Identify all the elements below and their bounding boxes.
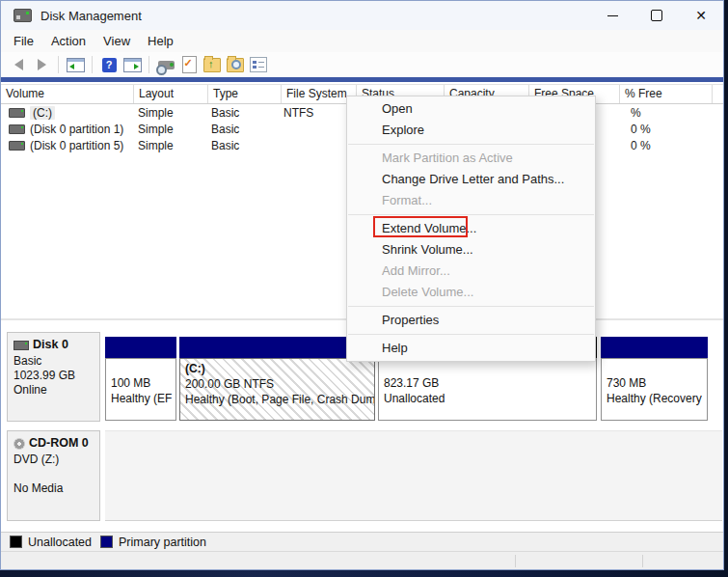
window-title: Disk Management bbox=[40, 9, 142, 23]
cdrom-media-area bbox=[105, 430, 722, 521]
statusbar-separator bbox=[642, 555, 643, 567]
volume-name: (Disk 0 partition 5) bbox=[30, 139, 123, 152]
disk0-size: 1023.99 GB bbox=[13, 369, 94, 383]
column-header-pct-free[interactable]: % Free bbox=[620, 85, 713, 103]
disk-icon bbox=[13, 341, 29, 350]
toolbar-separator bbox=[148, 56, 149, 73]
menu-item-change-drive-letter[interactable]: Change Drive Letter and Paths... bbox=[347, 169, 595, 190]
volume-name: (Disk 0 partition 1) bbox=[30, 123, 123, 136]
toolbar-separator bbox=[58, 56, 59, 73]
help-icon: ? bbox=[102, 58, 117, 72]
action-pane-icon bbox=[123, 58, 142, 72]
menu-item-format: Format... bbox=[347, 190, 595, 211]
find-button[interactable] bbox=[224, 54, 247, 75]
partition-size: 823.17 GB bbox=[384, 375, 591, 391]
show-console-tree-button[interactable] bbox=[64, 54, 87, 75]
help-button[interactable]: ? bbox=[97, 54, 121, 75]
partition-status: Healthy (Boot, Page File, Crash Dum bbox=[185, 392, 369, 407]
menu-view[interactable]: View bbox=[94, 32, 139, 50]
menu-item-shrink-volume[interactable]: Shrink Volume... bbox=[347, 239, 595, 261]
menu-separator bbox=[348, 306, 594, 307]
column-header-layout[interactable]: Layout bbox=[134, 85, 208, 103]
minimize-icon bbox=[607, 15, 618, 16]
partition-unallocated-block[interactable]: 823.17 GB Unallocated bbox=[378, 358, 597, 421]
partition-size: 100 MB bbox=[111, 375, 171, 391]
partition-c-block[interactable]: (C:) 200.00 GB NTFS Healthy (Boot, Page … bbox=[179, 358, 375, 421]
find-icon bbox=[227, 58, 244, 72]
back-button[interactable] bbox=[7, 54, 30, 75]
partition-size: 730 MB bbox=[607, 375, 702, 391]
legend-unallocated-label: Unallocated bbox=[28, 536, 92, 549]
disk0-status: Online bbox=[13, 383, 94, 398]
disk0-type: Basic bbox=[13, 354, 94, 369]
menu-help[interactable]: Help bbox=[139, 32, 182, 50]
menu-separator bbox=[348, 144, 594, 145]
layout-value: Simple bbox=[133, 139, 206, 152]
menu-item-help[interactable]: Help bbox=[347, 338, 595, 359]
show-console-tree-icon bbox=[67, 58, 85, 72]
menu-item-explore[interactable]: Explore bbox=[347, 120, 595, 141]
pct-free-value: % bbox=[613, 106, 717, 120]
layout-value: Simple bbox=[133, 106, 206, 120]
maximize-icon bbox=[651, 10, 662, 21]
file-system-value: NTFS bbox=[279, 106, 353, 120]
disk0-panel[interactable]: Disk 0 Basic 1023.99 GB Online bbox=[7, 332, 100, 422]
partition-recovery-block[interactable]: 730 MB Healthy (Recovery bbox=[601, 358, 708, 421]
close-icon: ✕ bbox=[695, 8, 707, 23]
type-value: Basic bbox=[206, 123, 279, 136]
minimize-button[interactable] bbox=[590, 1, 634, 30]
menu-file[interactable]: File bbox=[5, 32, 42, 50]
menu-item-mark-partition: Mark Partition as Active bbox=[347, 148, 595, 169]
menu-separator bbox=[348, 214, 594, 215]
menu-item-properties[interactable]: Properties bbox=[347, 310, 595, 331]
layout-value: Simple bbox=[133, 123, 206, 136]
action-pane-button[interactable] bbox=[121, 54, 144, 75]
menu-item-open[interactable]: Open bbox=[347, 98, 595, 120]
partition-efi-block[interactable]: 100 MB Healthy (EF bbox=[105, 358, 176, 421]
task-check-button[interactable] bbox=[177, 54, 201, 75]
cdrom-status: No Media bbox=[13, 481, 94, 496]
column-header-type[interactable]: Type bbox=[208, 85, 282, 103]
menu-item-add-mirror: Add Mirror... bbox=[347, 261, 595, 282]
toolbar: ? bbox=[1, 52, 723, 77]
rescan-disks-icon bbox=[158, 61, 175, 69]
export-button[interactable] bbox=[201, 54, 224, 75]
type-value: Basic bbox=[206, 106, 279, 120]
extend-volume-annotation-box bbox=[373, 216, 468, 237]
menu-bar: File Action View Help bbox=[1, 30, 723, 52]
legend-primary-label: Primary partition bbox=[119, 536, 206, 549]
partition-status: Healthy (EF bbox=[111, 391, 171, 406]
title-bar[interactable]: Disk Management ✕ bbox=[1, 1, 723, 30]
close-button[interactable]: ✕ bbox=[679, 1, 723, 30]
partition-status: Unallocated bbox=[384, 391, 591, 406]
partition-label: (C:) bbox=[185, 361, 369, 376]
rescan-disks-button[interactable] bbox=[154, 54, 177, 75]
forward-icon bbox=[38, 59, 46, 70]
cdrom-panel[interactable]: CD-ROM 0 DVD (Z:) No Media bbox=[7, 430, 100, 521]
volume-icon bbox=[9, 124, 25, 134]
properties-list-button[interactable] bbox=[247, 54, 270, 75]
statusbar-separator bbox=[515, 555, 516, 567]
menu-separator bbox=[348, 334, 594, 335]
partition-size: 200.00 GB NTFS bbox=[185, 376, 369, 392]
volume-icon bbox=[9, 141, 25, 151]
cdrom-icon bbox=[13, 438, 25, 450]
legend-bar: Unallocated Primary partition bbox=[1, 532, 723, 551]
forward-button[interactable] bbox=[30, 54, 53, 75]
app-disk-icon bbox=[13, 9, 32, 22]
pct-free-value: 0 % bbox=[613, 139, 717, 152]
primary-partition-swatch bbox=[100, 536, 113, 548]
maximize-button[interactable] bbox=[634, 1, 679, 30]
menu-action[interactable]: Action bbox=[42, 32, 94, 50]
desktop: Disk Management ✕ File Action View Help … bbox=[0, 0, 728, 577]
window-controls: ✕ bbox=[590, 1, 723, 30]
volume-name: (C:) bbox=[30, 106, 55, 120]
column-header-blank[interactable] bbox=[713, 85, 723, 103]
column-header-volume[interactable]: Volume bbox=[1, 85, 134, 103]
pct-free-value: 0 % bbox=[613, 123, 717, 136]
task-check-icon bbox=[182, 56, 197, 73]
partition-efi-bar bbox=[105, 337, 176, 358]
cdrom-drive: DVD (Z:) bbox=[13, 453, 94, 467]
toolbar-separator bbox=[92, 56, 93, 73]
unallocated-swatch bbox=[10, 536, 22, 548]
